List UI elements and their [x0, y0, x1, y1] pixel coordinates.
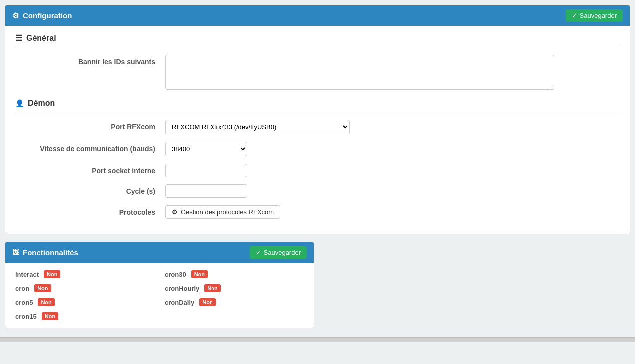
- config-save-button[interactable]: Sauvegarder: [566, 9, 623, 22]
- cron30-label: cron30: [165, 271, 186, 278]
- fonc-grid: interact Non cron Non cron5 Non cron15 N…: [15, 270, 304, 320]
- demon-title: Démon: [28, 99, 55, 108]
- header-left: Configuration: [12, 11, 72, 20]
- vitesse-control: 38400 57600 115200: [165, 142, 620, 156]
- port-rfxcom-select[interactable]: RFXCOM RFXtrx433 (/dev/ttyUSB0): [165, 120, 350, 134]
- scrollbar[interactable]: [0, 337, 635, 342]
- fonc-left-col: interact Non cron Non cron5 Non cron15 N…: [15, 270, 155, 320]
- port-rfxcom-control: RFXCOM RFXtrx433 (/dev/ttyUSB0): [165, 120, 620, 134]
- protocoles-label: Protocoles: [15, 205, 165, 216]
- protocoles-row: Protocoles Gestion des protocoles RFXcom: [15, 205, 620, 219]
- fonc-item-interact: interact Non: [15, 270, 155, 278]
- protocoles-control: Gestion des protocoles RFXcom: [165, 205, 620, 219]
- fonctionnalites-card: 🖼 Fonctionnalités Sauvegarder interact N…: [5, 242, 314, 328]
- port-socket-control: 55000: [165, 164, 620, 177]
- config-save-label: Sauvegarder: [580, 12, 617, 19]
- port-rfxcom-label: Port RFXcom: [15, 120, 165, 131]
- general-heading: Général: [15, 33, 620, 47]
- config-body: Général Bannir les IDs suivants 👤 Démon …: [5, 26, 630, 234]
- cronhourly-label: cronHourly: [165, 285, 199, 292]
- ban-ids-row: Bannir les IDs suivants: [15, 55, 620, 91]
- demon-heading: 👤 Démon: [15, 99, 620, 112]
- crondaily-badge[interactable]: Non: [199, 298, 215, 306]
- protocol-gear-icon: [172, 208, 178, 216]
- cron15-label: cron15: [15, 313, 37, 320]
- vitesse-select[interactable]: 38400 57600 115200: [165, 142, 247, 156]
- cron5-badge[interactable]: Non: [38, 298, 54, 306]
- protocoles-button[interactable]: Gestion des protocoles RFXcom: [165, 205, 280, 219]
- cron15-badge[interactable]: Non: [42, 312, 58, 320]
- port-socket-input[interactable]: 55000: [165, 164, 247, 177]
- ban-ids-control: [165, 55, 620, 91]
- fonc-item-crondaily: cronDaily Non: [165, 298, 304, 306]
- interact-badge[interactable]: Non: [44, 270, 60, 278]
- interact-label: interact: [15, 271, 39, 278]
- list-icon: [15, 33, 22, 43]
- fonc-item-cron15: cron15 Non: [15, 312, 155, 320]
- cronhourly-badge[interactable]: Non: [204, 284, 220, 292]
- fonc-item-cron30: cron30 Non: [165, 270, 304, 278]
- demon-icon: 👤: [15, 99, 24, 107]
- fonc-save-label: Sauvegarder: [264, 249, 301, 256]
- fonc-item-cron: cron Non: [15, 284, 155, 292]
- cycle-input[interactable]: 0.3: [165, 184, 247, 198]
- fonc-title: Fonctionnalités: [23, 248, 78, 257]
- fonc-header-left: 🖼 Fonctionnalités: [12, 248, 78, 257]
- fonc-right-col: cron30 Non cronHourly Non cronDaily Non: [165, 270, 304, 320]
- cron-badge[interactable]: Non: [34, 284, 51, 292]
- ban-ids-label: Bannir les IDs suivants: [15, 55, 165, 66]
- gear-icon: [12, 11, 19, 20]
- fonc-body: interact Non cron Non cron5 Non cron15 N…: [5, 263, 314, 328]
- cron30-badge[interactable]: Non: [191, 270, 208, 278]
- cycle-row: Cycle (s) 0.3: [15, 184, 620, 198]
- port-socket-label: Port socket interne: [15, 164, 165, 175]
- vitesse-row: Vitesse de communication (bauds) 38400 5…: [15, 142, 620, 156]
- cycle-label: Cycle (s): [15, 184, 165, 195]
- port-socket-row: Port socket interne 55000: [15, 164, 620, 177]
- vitesse-label: Vitesse de communication (bauds): [15, 142, 165, 153]
- fonc-save-icon: [256, 249, 261, 256]
- configuration-card: Configuration Sauvegarder Général Bannir…: [5, 5, 630, 234]
- fonc-save-button[interactable]: Sauvegarder: [250, 246, 307, 259]
- fonc-item-cronhourly: cronHourly Non: [165, 284, 304, 292]
- fonc-item-cron5: cron5 Non: [15, 298, 155, 306]
- crondaily-label: cronDaily: [165, 299, 194, 306]
- protocoles-btn-label: Gestion des protocoles RFXcom: [181, 208, 274, 216]
- cycle-control: 0.3: [165, 184, 620, 198]
- config-header: Configuration Sauvegarder: [5, 5, 630, 26]
- save-check-icon: [572, 12, 577, 19]
- general-title: Général: [26, 34, 56, 43]
- cron5-label: cron5: [15, 299, 33, 306]
- config-title: Configuration: [23, 11, 72, 20]
- port-rfxcom-row: Port RFXcom RFXCOM RFXtrx433 (/dev/ttyUS…: [15, 120, 620, 134]
- fonc-header: 🖼 Fonctionnalités Sauvegarder: [5, 242, 314, 263]
- ban-ids-textarea[interactable]: [165, 55, 554, 90]
- cron-label: cron: [15, 285, 29, 292]
- fonc-icon: 🖼: [12, 249, 19, 256]
